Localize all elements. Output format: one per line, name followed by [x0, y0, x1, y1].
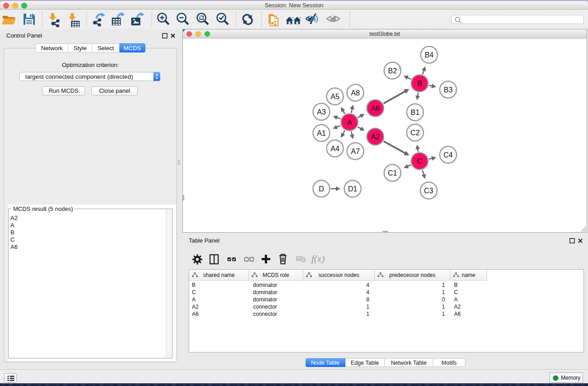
svg-text:A8: A8	[351, 89, 360, 97]
svg-text:B4: B4	[425, 51, 434, 59]
svg-text:D1: D1	[348, 185, 358, 193]
svg-text:f(x): f(x)	[311, 253, 325, 264]
svg-text:D: D	[319, 185, 324, 193]
svg-text:A4: A4	[330, 145, 339, 152]
svg-text:A6: A6	[371, 105, 380, 112]
svg-text:C3: C3	[424, 187, 434, 195]
svg-text:C4: C4	[444, 151, 453, 159]
svg-text:B: B	[417, 80, 422, 87]
svg-text:A7: A7	[351, 148, 360, 155]
svg-text:B1: B1	[411, 109, 420, 116]
svg-text:A5: A5	[330, 93, 339, 100]
svg-text:A3: A3	[317, 108, 326, 116]
svg-text:A1: A1	[317, 129, 326, 137]
svg-text:C2: C2	[411, 129, 420, 137]
svg-text:A2: A2	[371, 133, 380, 141]
svg-text:A: A	[347, 119, 352, 126]
svg-text:C1: C1	[388, 169, 397, 177]
svg-text:C: C	[417, 157, 422, 165]
svg-text:B2: B2	[388, 67, 397, 75]
svg-text:B3: B3	[444, 86, 453, 94]
